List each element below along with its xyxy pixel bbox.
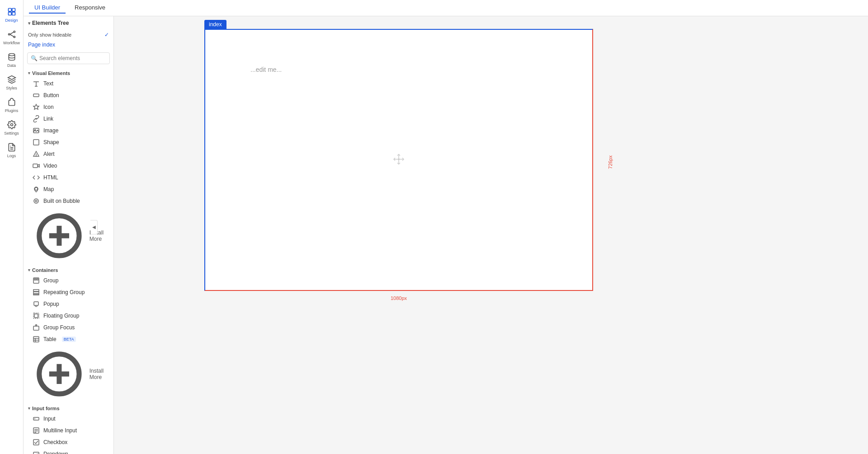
icon-label: Icon — [43, 104, 54, 110]
element-link[interactable]: Link — [24, 113, 113, 125]
svg-point-9 — [9, 54, 14, 56]
element-button[interactable]: Button — [24, 89, 113, 101]
svg-rect-56 — [33, 440, 39, 445]
image-label: Image — [43, 127, 58, 134]
search-input[interactable] — [27, 52, 110, 64]
containers-chevron-icon: ▾ — [28, 268, 30, 272]
containers-section: ▾ Containers — [24, 265, 113, 275]
element-video[interactable]: Video — [24, 160, 113, 172]
svg-rect-43 — [33, 337, 39, 342]
toggle-check-icon[interactable]: ✓ — [104, 32, 109, 38]
element-built-on-bubble[interactable]: Built on Bubble — [24, 195, 113, 207]
visual-elements-label: Visual Elements — [32, 70, 70, 76]
sidebar-item-logs[interactable]: Logs — [0, 139, 23, 162]
canvas-tab[interactable]: index — [204, 20, 226, 29]
sidebar-item-design[interactable]: Design — [0, 4, 23, 26]
svg-rect-20 — [33, 140, 39, 145]
html-icon — [33, 174, 40, 181]
element-input[interactable]: Input — [24, 413, 113, 425]
svg-point-5 — [14, 31, 15, 33]
svg-rect-57 — [33, 452, 39, 454]
svg-rect-23 — [33, 164, 38, 168]
elements-tree-label: Elements Tree — [32, 20, 69, 26]
canvas-height-label: 726px — [608, 155, 613, 169]
settings-label: Settings — [4, 131, 19, 136]
svg-rect-50 — [33, 417, 39, 420]
canvas-frame[interactable]: ...edit me... — [204, 29, 593, 291]
content-area: ▾ Elements Tree Only show hideable ✓ Pag… — [24, 16, 868, 454]
input-forms-label: Input forms — [32, 406, 60, 411]
elements-tree-header: ▾ Elements Tree — [24, 16, 113, 30]
element-table[interactable]: Table BETA — [24, 333, 113, 345]
tab-ui-builder[interactable]: UI Builder — [29, 2, 66, 14]
element-popup[interactable]: Popup — [24, 298, 113, 310]
install-more-containers-icon — [33, 347, 86, 401]
map-icon — [33, 186, 40, 193]
svg-rect-41 — [33, 326, 39, 330]
element-group[interactable]: Group — [24, 275, 113, 286]
input-forms-section: ▾ Input forms — [24, 403, 113, 413]
element-dropdown[interactable]: Dropdown — [24, 448, 113, 454]
element-shape[interactable]: Shape — [24, 136, 113, 148]
shape-icon — [33, 139, 40, 146]
svg-point-10 — [10, 124, 13, 126]
svg-rect-3 — [12, 12, 15, 15]
svg-point-4 — [8, 33, 9, 35]
tab-responsive[interactable]: Responsive — [69, 2, 111, 14]
element-text[interactable]: Text — [24, 78, 113, 89]
element-multiline-input[interactable]: Multiline Input — [24, 425, 113, 436]
image-icon — [33, 127, 40, 134]
element-checkbox[interactable]: Checkbox — [24, 436, 113, 448]
element-icon[interactable]: Icon — [24, 101, 113, 113]
link-label: Link — [43, 116, 53, 122]
svg-point-62 — [398, 159, 400, 160]
canvas-wrapper: ...edit me... — [204, 29, 593, 301]
link-icon — [33, 115, 40, 122]
search-icon: 🔍 — [31, 55, 38, 61]
popup-icon — [33, 300, 40, 308]
svg-point-22 — [36, 156, 37, 156]
floating-group-label: Floating Group — [43, 313, 79, 319]
svg-rect-32 — [37, 279, 38, 280]
element-image[interactable]: Image — [24, 125, 113, 136]
text-label: Text — [43, 80, 53, 87]
element-repeating-group[interactable]: Repeating Group — [24, 286, 113, 298]
group-label: Group — [43, 277, 58, 284]
install-more-visual[interactable]: Install More — [24, 207, 113, 265]
sidebar-item-styles[interactable]: Styles — [0, 71, 23, 94]
install-more-containers[interactable]: Install More — [24, 345, 113, 403]
sidebar-item-data[interactable]: Data — [0, 49, 23, 71]
element-map[interactable]: Map — [24, 183, 113, 195]
data-label: Data — [7, 63, 16, 68]
element-html[interactable]: HTML — [24, 172, 113, 183]
element-alert[interactable]: Alert — [24, 148, 113, 160]
svg-rect-2 — [8, 12, 11, 15]
sidebar-item-workflow[interactable]: Workflow — [0, 26, 23, 49]
element-group-focus[interactable]: Group Focus — [24, 322, 113, 333]
svg-rect-34 — [33, 292, 39, 294]
icon-sidebar: Design Workflow Data Styles Plugins — [0, 0, 24, 454]
built-on-bubble-label: Built on Bubble — [43, 198, 80, 204]
element-floating-group[interactable]: Floating Group — [24, 310, 113, 322]
beta-badge: BETA — [62, 337, 76, 342]
sidebar-item-plugins[interactable]: Plugins — [0, 94, 23, 117]
svg-point-42 — [36, 324, 37, 326]
sidebar-item-settings[interactable]: Settings — [0, 117, 23, 139]
dropdown-label: Dropdown — [43, 451, 68, 454]
design-label: Design — [5, 18, 18, 23]
install-more-containers-label: Install More — [90, 368, 109, 380]
group-icon — [33, 277, 40, 284]
collapse-handle[interactable]: ◀ — [90, 220, 98, 234]
map-label: Map — [43, 186, 54, 192]
checkbox-icon — [33, 439, 40, 446]
popup-label: Popup — [43, 301, 59, 307]
page-index-link[interactable]: Page index — [24, 41, 113, 51]
dropdown-icon — [33, 450, 40, 454]
multiline-icon — [33, 427, 40, 434]
svg-point-24 — [35, 187, 38, 190]
svg-rect-0 — [8, 9, 11, 12]
logs-label: Logs — [7, 154, 16, 158]
workflow-label: Workflow — [3, 41, 20, 45]
multiline-input-label: Multiline Input — [43, 427, 77, 434]
button-icon — [33, 92, 40, 99]
